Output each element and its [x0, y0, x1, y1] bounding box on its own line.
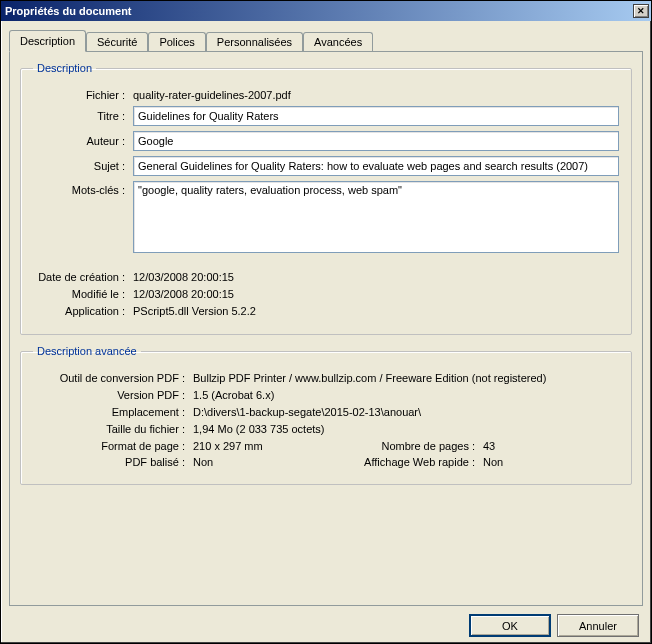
group-description-legend: Description: [33, 62, 96, 74]
tab-description[interactable]: Description: [9, 30, 86, 52]
row-pagesize-pagecount: Format de page : 210 x 297 mm Nombre de …: [33, 440, 619, 452]
document-properties-window: Propriétés du document Description Sécur…: [0, 0, 652, 644]
row-producer: Outil de conversion PDF : Bullzip PDF Pr…: [33, 372, 619, 384]
row-author: Auteur :: [33, 131, 619, 151]
value-created: 12/03/2008 20:00:15: [133, 271, 234, 283]
label-author: Auteur :: [33, 135, 133, 147]
label-pdfversion: Version PDF :: [33, 389, 193, 401]
tab-personnalisees[interactable]: Personnalisées: [206, 32, 303, 51]
value-modified: 12/03/2008 20:00:15: [133, 288, 234, 300]
tab-avancees[interactable]: Avancées: [303, 32, 373, 51]
value-filesize: 1,94 Mo (2 033 735 octets): [193, 423, 324, 435]
row-application: Application : PScript5.dll Version 5.2.2: [33, 305, 619, 317]
window-title: Propriétés du document: [5, 5, 132, 17]
titlebar: Propriétés du document: [1, 1, 651, 21]
dialog-button-row: OK Annuler: [9, 606, 643, 637]
label-fastweb: Affichage Web rapide :: [343, 456, 483, 468]
label-file: Fichier :: [33, 89, 133, 101]
tab-polices[interactable]: Polices: [148, 32, 205, 51]
row-modified: Modifié le : 12/03/2008 20:00:15: [33, 288, 619, 300]
row-subject: Sujet :: [33, 156, 619, 176]
label-application: Application :: [33, 305, 133, 317]
label-pagesize: Format de page :: [33, 440, 193, 452]
tab-panel-description: Description Fichier : quality-rater-guid…: [9, 51, 643, 606]
author-input[interactable]: [133, 131, 619, 151]
label-filesize: Taille du fichier :: [33, 423, 193, 435]
value-location: D:\divers\1-backup-segate\2015-02-13\ano…: [193, 406, 421, 418]
label-tagged: PDF balisé :: [33, 456, 193, 468]
group-advanced-description: Description avancée Outil de conversion …: [20, 345, 632, 485]
label-pagecount: Nombre de pages :: [343, 440, 483, 452]
row-title: Titre :: [33, 106, 619, 126]
ok-button[interactable]: OK: [469, 614, 551, 637]
label-producer: Outil de conversion PDF :: [33, 372, 193, 384]
title-input[interactable]: [133, 106, 619, 126]
value-pagesize: 210 x 297 mm: [193, 440, 343, 452]
row-keywords: Mots-clés :: [33, 181, 619, 253]
row-file: Fichier : quality-rater-guidelines-2007.…: [33, 89, 619, 101]
label-modified: Modifié le :: [33, 288, 133, 300]
row-filesize: Taille du fichier : 1,94 Mo (2 033 735 o…: [33, 423, 619, 435]
cancel-button[interactable]: Annuler: [557, 614, 639, 637]
label-location: Emplacement :: [33, 406, 193, 418]
row-pdfversion: Version PDF : 1.5 (Acrobat 6.x): [33, 389, 619, 401]
value-producer: Bullzip PDF Printer / www.bullzip.com / …: [193, 372, 546, 384]
row-created: Date de création : 12/03/2008 20:00:15: [33, 271, 619, 283]
subject-input[interactable]: [133, 156, 619, 176]
group-description: Description Fichier : quality-rater-guid…: [20, 62, 632, 335]
value-fastweb: Non: [483, 456, 503, 468]
value-pagecount: 43: [483, 440, 495, 452]
dialog-body: Description Sécurité Polices Personnalis…: [1, 21, 651, 643]
keywords-input[interactable]: [133, 181, 619, 253]
label-created: Date de création :: [33, 271, 133, 283]
tab-securite[interactable]: Sécurité: [86, 32, 148, 51]
close-icon[interactable]: [633, 4, 649, 18]
tab-strip: Description Sécurité Polices Personnalis…: [9, 29, 643, 51]
value-file: quality-rater-guidelines-2007.pdf: [133, 89, 291, 101]
value-application: PScript5.dll Version 5.2.2: [133, 305, 256, 317]
row-location: Emplacement : D:\divers\1-backup-segate\…: [33, 406, 619, 418]
value-tagged: Non: [193, 456, 343, 468]
label-keywords: Mots-clés :: [33, 181, 133, 196]
label-title: Titre :: [33, 110, 133, 122]
group-advanced-legend: Description avancée: [33, 345, 141, 357]
row-tagged-fastweb: PDF balisé : Non Affichage Web rapide : …: [33, 456, 619, 468]
value-pdfversion: 1.5 (Acrobat 6.x): [193, 389, 274, 401]
label-subject: Sujet :: [33, 160, 133, 172]
